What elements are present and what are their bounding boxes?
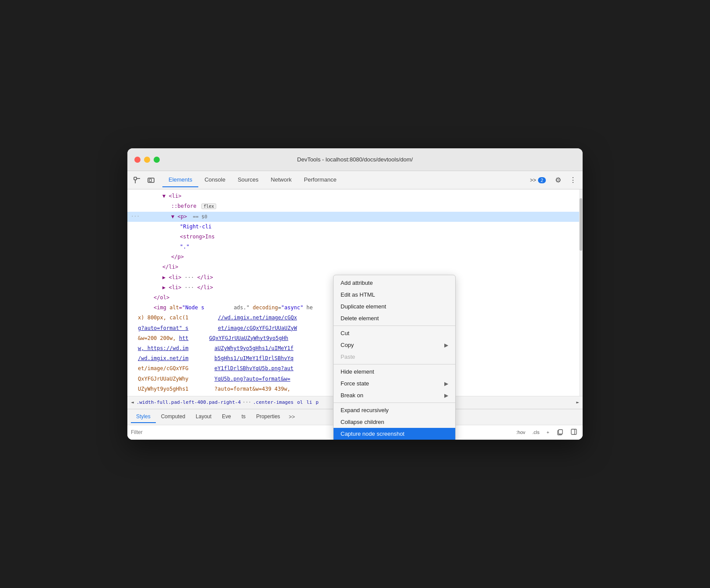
more-tabs-label: >>	[530, 177, 536, 183]
cls-button[interactable]: .cls	[531, 429, 541, 436]
breadcrumb-arrow-left[interactable]: ◄	[131, 399, 134, 405]
breadcrumb-item-2[interactable]: .center-images	[253, 399, 294, 405]
menu-item-expand[interactable]: Expand recursively	[334, 404, 455, 416]
menu-label-capture: Capture node screenshot	[341, 430, 404, 437]
breadcrumb-item-1[interactable]: .width-full.pad-left-400.pad-right-4	[137, 399, 241, 405]
scrollbar-thumb[interactable]	[580, 198, 582, 251]
menu-label-duplicate: Duplicate element	[341, 303, 386, 310]
img-url9[interactable]: eY1flDrlSBhvYqU5b.png?aut	[214, 365, 294, 371]
device-toggle-icon[interactable]	[145, 174, 157, 186]
breadcrumb-item-3[interactable]: ol	[297, 399, 303, 405]
copy-icon-svg	[556, 428, 563, 435]
dom-line-li[interactable]: ▼ <li>	[127, 191, 583, 201]
menu-label-add-attr: Add attribute	[341, 280, 373, 286]
tag-li-c2: ▶ <li>	[162, 284, 181, 290]
tab-properties[interactable]: Properties	[251, 411, 285, 423]
tag-close-ol: </ol>	[154, 294, 169, 301]
menu-item-edit-html[interactable]: Edit as HTML	[334, 289, 455, 301]
break-on-arrow-icon: ▶	[444, 392, 448, 399]
tab-layout[interactable]: Layout	[190, 411, 217, 423]
toggle-sidebar-icon[interactable]	[569, 427, 579, 437]
menu-item-collapse[interactable]: Collapse children	[334, 416, 455, 428]
tab-performance[interactable]: Performance	[298, 173, 342, 187]
tag-img: <img alt="Node s	[154, 304, 204, 311]
tab-console[interactable]: Console	[198, 173, 232, 187]
add-rule-button[interactable]: +	[545, 429, 551, 436]
dom-line-dot[interactable]: "."	[127, 242, 583, 252]
img-et: et/image/cGQxYFG	[138, 365, 189, 371]
svg-rect-6	[559, 430, 562, 434]
element-picker-icon[interactable]	[131, 174, 143, 186]
dollar-zero: == $0	[193, 214, 207, 220]
hov-button[interactable]: :hov	[514, 429, 527, 436]
copy-styles-icon[interactable]	[555, 427, 565, 437]
more-bottom-tabs-button[interactable]: >>	[289, 414, 295, 420]
breadcrumb-sep-1: ···	[243, 399, 251, 405]
titlebar: DevTools - localhost:8080/docs/devtools/…	[127, 148, 583, 171]
tag-li-c1-close: </li>	[197, 274, 213, 280]
menu-label-copy: Copy	[341, 342, 354, 348]
dom-line-close-li[interactable]: </li>	[127, 262, 583, 272]
window-title: DevTools - localhost:8080/docs/devtools/…	[297, 156, 413, 163]
dom-line-close-p[interactable]: </p>	[127, 252, 583, 262]
tab-network[interactable]: Network	[265, 173, 298, 187]
notification-badge: 2	[538, 177, 546, 183]
img-url1[interactable]: //wd.imgix.net/image/cGQx	[218, 315, 297, 321]
img-htt[interactable]: htt	[179, 335, 189, 341]
dom-panel: ▼ <li> ::before flex ··· ▼ <p> == $0 "Ri…	[127, 189, 583, 396]
menu-item-break-on[interactable]: Break on ▶	[334, 389, 455, 401]
settings-icon[interactable]: ⚙	[552, 174, 564, 186]
string-dot: "."	[180, 244, 190, 250]
breadcrumb-item-4[interactable]: li	[306, 399, 312, 405]
tab-sources[interactable]: Sources	[232, 173, 265, 187]
traffic-lights	[134, 157, 160, 163]
breadcrumb-arrow-right[interactable]: ►	[576, 399, 579, 405]
menu-sep-2	[334, 364, 455, 364]
menu-item-cut[interactable]: Cut	[334, 327, 455, 339]
close-button[interactable]	[134, 157, 141, 163]
dom-line-strong[interactable]: <strong>Ins	[127, 232, 583, 242]
more-tabs-button[interactable]: >> 2	[527, 175, 549, 185]
menu-item-force-state[interactable]: Force state ▶	[334, 378, 455, 389]
menu-label-expand: Expand recursively	[341, 407, 389, 413]
tab-styles[interactable]: Styles	[131, 411, 156, 423]
img-url7[interactable]: /wd.imgix.net/im	[138, 355, 189, 361]
img-url5[interactable]: w, https://wd.im	[138, 345, 189, 351]
img-url3[interactable]: et/image/cGQxYFGJrUUaUZyW	[218, 325, 297, 331]
menu-item-duplicate[interactable]: Duplicate element	[334, 301, 455, 312]
menu-label-edit-html: Edit as HTML	[341, 291, 375, 298]
img-url6[interactable]: aUZyWhyt9yo5gHhs1/uIMeY1f	[214, 345, 294, 351]
more-options-icon[interactable]: ⋮	[567, 174, 579, 186]
menu-item-add-attr[interactable]: Add attribute	[334, 277, 455, 289]
img-url10[interactable]: YqU5b.png?auto=format&w=	[214, 376, 290, 382]
tab-computed[interactable]: Computed	[156, 411, 190, 423]
menu-sep-3	[334, 402, 455, 403]
img-439: ?auto=format&w=439 439w,	[214, 386, 290, 392]
menu-item-copy[interactable]: Copy ▶	[334, 339, 455, 351]
vertical-scrollbar[interactable]	[579, 189, 583, 396]
copy-arrow-icon: ▶	[444, 342, 448, 348]
tab-ts[interactable]: ts	[236, 411, 251, 423]
tab-event[interactable]: Eve	[217, 411, 236, 423]
devtools-panel: Elements Console Sources Network Perform…	[127, 171, 583, 440]
menu-item-hide[interactable]: Hide element	[334, 366, 455, 378]
minimize-button[interactable]	[144, 157, 150, 163]
toolbar: Elements Console Sources Network Perform…	[127, 171, 583, 189]
menu-label-collapse: Collapse children	[341, 419, 384, 425]
tag-close-p: </p>	[171, 254, 184, 260]
fullscreen-button[interactable]	[154, 157, 160, 163]
tag-li-c1: ▶ <li>	[162, 274, 181, 280]
breadcrumb-item-5[interactable]: p	[316, 399, 319, 405]
menu-item-capture[interactable]: Capture node screenshot	[334, 428, 455, 440]
menu-item-delete[interactable]: Delete element	[334, 312, 455, 324]
img-url8[interactable]: b5gHhs1/uIMeY1flDrlSBhvYq	[214, 355, 294, 361]
dom-line-p-selected[interactable]: ··· ▼ <p> == $0	[127, 212, 583, 222]
img-url2[interactable]: g?auto=format" s	[138, 325, 189, 331]
tag-p: ▼ <p>	[171, 214, 187, 220]
tab-elements[interactable]: Elements	[162, 173, 198, 187]
dom-line-before[interactable]: ::before flex	[127, 201, 583, 211]
img-url4[interactable]: GQxYFGJrUUaUZyWhyt9yo5gHh	[209, 335, 288, 341]
tag-li-c2-close: </li>	[197, 284, 213, 290]
dom-line-text1[interactable]: "Right-cli	[127, 222, 583, 232]
menu-label-force-state: Force state	[341, 380, 369, 387]
